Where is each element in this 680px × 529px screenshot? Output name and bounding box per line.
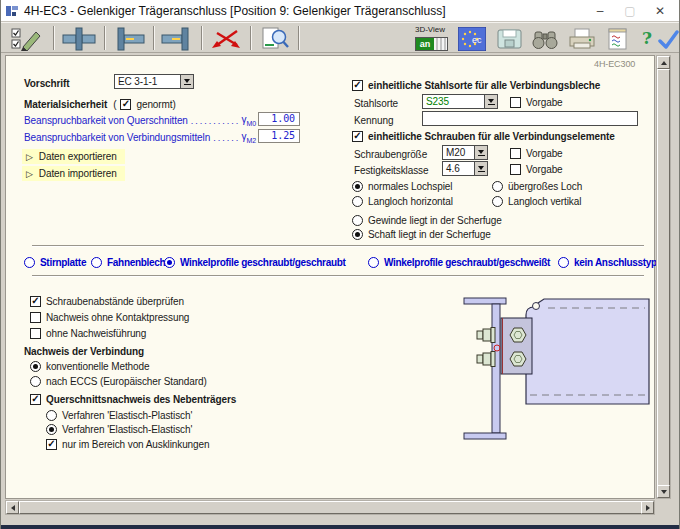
- vertical-scroll-thumb[interactable]: [657, 69, 670, 486]
- scroll-up-button[interactable]: [657, 56, 670, 69]
- save-button[interactable]: [495, 25, 525, 52]
- langloch-horizontal-radio[interactable]: [352, 196, 363, 207]
- ausklinkungen-checkbox[interactable]: ✓: [46, 439, 57, 450]
- minimize-button[interactable]: –: [585, 0, 615, 22]
- ohne-nachweisfuehrung-checkbox[interactable]: [30, 328, 41, 339]
- stahlsorte-vorgabe-checkbox[interactable]: [510, 97, 521, 108]
- protocol-button[interactable]: [603, 25, 633, 52]
- main-panel: 4H-EC300 Vorschrift EC 3-1-1 Materialsic…: [5, 55, 655, 499]
- eurocode-button[interactable]: ec: [457, 25, 487, 52]
- einheitliche-schrauben-checkbox[interactable]: ✓: [352, 131, 363, 142]
- print-button[interactable]: [566, 25, 598, 52]
- eu-flag-icon: ec: [458, 27, 486, 51]
- gamma-m2-label: Beanspruchbarkeit von Verbindungsmitteln: [24, 132, 210, 143]
- langloch-h-radio-row: Langloch horizontal: [352, 195, 453, 208]
- eccs-radio[interactable]: [30, 376, 41, 387]
- vorgabe-label: Vorgabe: [526, 164, 563, 175]
- preview-button[interactable]: [254, 25, 296, 52]
- einheitliche-stahlsorte-checkbox[interactable]: ✓: [352, 80, 363, 91]
- genormt-checkbox[interactable]: ✓: [120, 99, 131, 110]
- horizontal-scrollbar[interactable]: [5, 500, 655, 515]
- elastisch-elastisch-radio[interactable]: [46, 424, 57, 435]
- schaft-scherfuge-label: Schaft liegt in der Scherfuge: [368, 229, 491, 240]
- dropdown-arrow-icon[interactable]: [474, 162, 487, 175]
- fahnenblech-radio[interactable]: [91, 257, 102, 268]
- tab-stirnplatte[interactable]: Stirnplatte: [24, 256, 86, 269]
- material-row: Materialsicherheit ( ✓ genormt ): [24, 98, 176, 111]
- abort-button[interactable]: [205, 25, 247, 52]
- scroll-left-button[interactable]: [6, 501, 19, 514]
- export-data-label: Daten exportieren: [39, 151, 117, 162]
- gamma-m0-value[interactable]: 1.00: [258, 112, 300, 126]
- help-button[interactable]: ?: [637, 25, 657, 52]
- gewinde-scherfuge-radio[interactable]: [352, 215, 363, 226]
- check-icon: ✓: [47, 439, 55, 449]
- bolt-head: [510, 328, 526, 342]
- dropdown-arrow-icon[interactable]: [474, 146, 487, 159]
- confirm-button[interactable]: [657, 25, 679, 52]
- scroll-right-button[interactable]: [641, 501, 654, 514]
- festigkeitsklasse-label: Festigkeitsklasse: [354, 164, 428, 177]
- check-icon: ✓: [31, 394, 39, 404]
- kennung-input[interactable]: [422, 111, 638, 126]
- schraubengroesse-select[interactable]: M20: [442, 145, 488, 160]
- view3d-toggle-track: [434, 38, 447, 50]
- search-button[interactable]: [529, 25, 561, 52]
- arrow-down-icon: [661, 490, 667, 494]
- scroll-down-button[interactable]: [657, 485, 670, 498]
- normales-lochspiel-radio[interactable]: [352, 181, 363, 192]
- gamma-m2-value[interactable]: 1.25: [258, 129, 300, 143]
- stirnplatte-label: Stirnplatte: [40, 257, 86, 268]
- winkel-geschraubt-radio[interactable]: [164, 257, 175, 268]
- maximize-button[interactable]: ▢: [615, 0, 645, 22]
- uebergrosses-loch-radio[interactable]: [492, 181, 503, 192]
- festigkeitsklasse-select[interactable]: 4.6: [442, 161, 488, 176]
- separator-line: [32, 245, 644, 247]
- tab-fahnenblech[interactable]: Fahnenblech: [91, 256, 165, 269]
- klasse-vorgabe-checkbox[interactable]: [510, 164, 521, 175]
- groesse-vorgabe-checkbox[interactable]: [510, 148, 521, 159]
- connection-variant-left-button[interactable]: [108, 25, 150, 52]
- gamma-m0-row: Beanspruchbarkeit von Querschnitten ....…: [24, 114, 256, 127]
- tab-winkel-geschraubt[interactable]: Winkelprofile geschraubt/geschraubt: [164, 256, 346, 269]
- import-data-link[interactable]: ▷ Daten importieren: [22, 166, 125, 181]
- stahlsorte-vorgabe-row: Vorgabe: [510, 96, 563, 109]
- red-crossed-arrows-icon: [211, 27, 241, 51]
- schraubenabstaende-checkbox[interactable]: ✓: [30, 296, 41, 307]
- elastisch-plastisch-radio[interactable]: [46, 410, 57, 421]
- view3d-toggle[interactable]: an: [415, 37, 448, 51]
- view3d-label: 3D-View: [412, 25, 448, 34]
- gamma-m2-row: Beanspruchbarkeit von Verbindungsmitteln…: [24, 131, 256, 144]
- stirnplatte-radio[interactable]: [24, 257, 35, 268]
- kein-anschlusstyp-radio[interactable]: [558, 257, 569, 268]
- vorschrift-value: EC 3-1-1: [115, 75, 180, 88]
- nachweis-verbindung-title: Nachweis der Verbindung: [24, 345, 144, 358]
- horizontal-scroll-thumb[interactable]: [19, 501, 643, 514]
- arrow-up-icon: [661, 61, 667, 65]
- notch-hole: [533, 303, 540, 310]
- connection-variant-right-button[interactable]: [157, 25, 199, 52]
- connection-variant-center-button[interactable]: [58, 25, 100, 52]
- vertical-scrollbar[interactable]: [656, 55, 671, 499]
- stahlsorte-select[interactable]: S235: [422, 94, 498, 109]
- tab-winkel-geschweisst[interactable]: Winkelprofile geschraubt/geschweißt: [368, 256, 550, 269]
- checklist-pencil-icon: [11, 26, 45, 52]
- dropdown-arrow-icon[interactable]: [484, 95, 497, 108]
- app-icon: [5, 4, 19, 18]
- kontaktpressung-checkbox[interactable]: [30, 312, 41, 323]
- input-edit-button[interactable]: [7, 25, 49, 52]
- triangle-right-icon: ▷: [26, 152, 33, 162]
- export-data-link[interactable]: ▷ Daten exportieren: [22, 149, 125, 164]
- module-code: 4H-EC300: [594, 59, 635, 69]
- schaft-scherfuge-radio[interactable]: [352, 229, 363, 240]
- view3d-toggle-state: an: [416, 38, 434, 50]
- dropdown-arrow-icon[interactable]: [180, 75, 193, 88]
- langloch-vertikal-radio[interactable]: [492, 196, 503, 207]
- querschnittsnachweis-checkbox[interactable]: ✓: [30, 394, 41, 405]
- querschnittsnachweis-label: Querschnittsnachweis des Nebenträgers: [46, 394, 236, 405]
- vorschrift-select[interactable]: EC 3-1-1: [114, 74, 194, 89]
- tab-kein-anschlusstyp[interactable]: kein Anschlusstyp: [558, 256, 657, 269]
- close-button[interactable]: ✕: [645, 0, 675, 22]
- konventionelle-methode-radio[interactable]: [30, 361, 41, 372]
- winkel-geschweisst-radio[interactable]: [368, 257, 379, 268]
